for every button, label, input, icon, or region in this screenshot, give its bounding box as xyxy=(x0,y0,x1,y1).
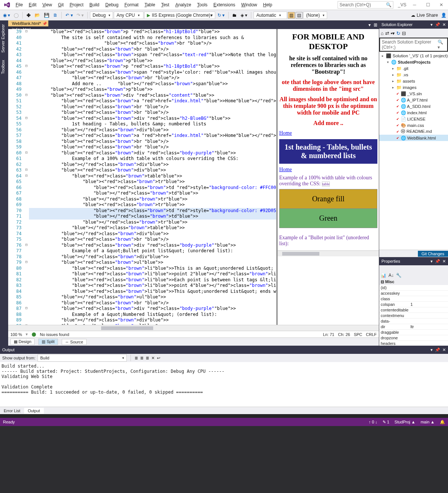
nav-back-button[interactable]: ◉ ▾ xyxy=(1,12,12,19)
prop-row[interactable]: accesskey xyxy=(379,291,448,296)
output-tb-btn[interactable]: ≣ xyxy=(146,356,149,361)
tree-folder[interactable]: ▸📁 .vs xyxy=(379,71,448,78)
status-item[interactable]: main ▲ xyxy=(420,420,435,424)
tab-overflow-button[interactable]: ▾ xyxy=(368,22,371,28)
tree-file[interactable]: ✔ ⬛ _VS.sln xyxy=(379,90,448,97)
tree-file[interactable]: ✔ 🌐 index.html xyxy=(379,109,448,116)
collapse-icon[interactable]: ⊟ xyxy=(402,31,406,36)
panel-menu-icon[interactable]: ▾ xyxy=(431,259,433,264)
panel-close-icon[interactable]: ✕ xyxy=(442,259,446,264)
preview-h-scrollbar[interactable] xyxy=(278,250,379,256)
tree-folder[interactable]: ▸📁 assets xyxy=(379,78,448,84)
categorized-icon[interactable]: 📊 xyxy=(381,273,386,278)
pin-icon[interactable]: 📌 xyxy=(435,259,440,264)
prop-row[interactable]: (id) xyxy=(379,285,448,291)
target-button[interactable]: ◈ ▾ xyxy=(239,12,249,19)
prop-row[interactable]: class xyxy=(379,296,448,302)
menu-tools[interactable]: Tools xyxy=(194,1,210,9)
view-icon[interactable]: ▪▾ xyxy=(391,31,395,36)
panel-close-icon[interactable]: ✕ xyxy=(442,22,446,27)
menu-view[interactable]: View xyxy=(39,1,55,9)
pin-icon[interactable]: 📌 xyxy=(435,22,440,27)
auto-dropdown[interactable]: Automatic▾ xyxy=(254,12,287,19)
prop-row[interactable]: draggable xyxy=(379,330,448,335)
refresh-button[interactable]: ↻ ▾ xyxy=(216,12,226,19)
save-all-button[interactable]: 🗎 xyxy=(52,12,59,19)
status-item[interactable]: ✎ 1 xyxy=(383,420,389,425)
sync-icon[interactable]: ⇄ xyxy=(385,31,389,36)
menu-file[interactable]: File xyxy=(13,1,26,9)
menu-window[interactable]: Window xyxy=(238,1,260,9)
panel-menu-icon[interactable]: ▾ xyxy=(431,348,433,352)
save-button[interactable]: 💾 xyxy=(42,12,51,19)
tree-file[interactable]: ✔ 🌐 WebBlank.html xyxy=(379,135,448,141)
pin-icon[interactable]: 📌 xyxy=(435,348,440,352)
output-tb-btn[interactable]: ≣ xyxy=(140,356,144,361)
config-dropdown[interactable]: Debug▾ xyxy=(90,12,113,19)
tree-file[interactable]: ✔ Ⓜ README.md xyxy=(379,128,448,135)
status-item[interactable]: ↑ 0 ↓ xyxy=(369,420,377,424)
home-icon[interactable]: ⌂ xyxy=(381,31,384,36)
solution-root[interactable]: ▸⬛ Solution '_VS' (1 of 1 project) xyxy=(379,52,448,59)
account-button[interactable]: 👤 xyxy=(441,13,447,18)
prop-row[interactable]: data- xyxy=(379,318,448,324)
menu-edit[interactable]: Edit xyxy=(26,1,39,9)
menu-debug[interactable]: Debug xyxy=(102,1,121,9)
layout1-button[interactable]: ▥ xyxy=(288,12,295,19)
alpha-icon[interactable]: A↓ xyxy=(389,273,394,278)
notification-icon[interactable]: 🔔 xyxy=(440,420,445,425)
new-button[interactable]: 🞥 xyxy=(25,12,32,19)
code-text[interactable]: "blue"><"red">class="brown">p "red">clas… xyxy=(29,29,276,325)
menu-build[interactable]: Build xyxy=(87,1,103,9)
browse-button[interactable]: 🖿 xyxy=(231,12,238,19)
solution-search[interactable]: Search Solution Explorer (Ctrl+;)🔍 ▾ xyxy=(380,38,447,51)
prop-row[interactable]: dirltr xyxy=(379,324,448,330)
menu-test[interactable]: Test xyxy=(158,1,172,9)
output-tb-btn[interactable]: ≣ xyxy=(135,356,138,361)
error-list-tab[interactable]: Error List xyxy=(0,408,24,414)
editor-h-scrollbar[interactable] xyxy=(8,325,379,331)
refresh-icon[interactable]: ↻ xyxy=(396,31,400,36)
platform-dropdown[interactable]: Any CPU▾ xyxy=(114,12,144,19)
toolbox-tab[interactable]: Toolbox xyxy=(0,56,8,78)
prop-row[interactable]: colspan1 xyxy=(379,302,448,307)
panel-menu-icon[interactable]: ▾ xyxy=(431,22,433,27)
menu-format[interactable]: Format xyxy=(122,1,142,9)
zoom-level[interactable]: 100 % xyxy=(10,332,22,337)
project-node[interactable]: ▾🌐 StudentProjects xyxy=(379,59,448,65)
menu-git[interactable]: Git xyxy=(55,1,67,9)
run-button[interactable]: ▶IIS Express (Google Chrome) ▾ xyxy=(144,12,215,19)
minimize-button[interactable]: ─ xyxy=(409,1,420,9)
solution-explorer-toggle-icon[interactable]: ⊞ xyxy=(374,22,377,28)
code-editor[interactable]: 3940414243444546474849505152535455565758… xyxy=(8,29,278,325)
split-tab[interactable]: ▥ Split xyxy=(38,339,58,345)
wrench-icon[interactable]: 🔧 xyxy=(396,273,402,278)
preview-home-link-2[interactable]: Home xyxy=(279,167,377,173)
server-explorer-tab[interactable]: Server Explorer xyxy=(0,20,8,56)
menu-analyze[interactable]: Analyze xyxy=(172,1,194,9)
live-share-button[interactable]: ☁ Live Share xyxy=(411,13,438,18)
tree-folder[interactable]: ▸📁 images xyxy=(379,84,448,90)
sol-tab-solution[interactable]: Solution Explorer xyxy=(379,251,418,257)
output-tab[interactable]: Output xyxy=(24,408,44,414)
solution-tree[interactable]: ▸⬛ Solution '_VS' (1 of 1 project) ▾🌐 St… xyxy=(379,52,448,250)
maximize-button[interactable]: ☐ xyxy=(423,1,433,9)
menu-extensions[interactable]: Extensions xyxy=(210,1,238,9)
doc-tab[interactable]: WebBlank.html*📌 xyxy=(8,20,48,26)
design-tab[interactable]: ▦ Design xyxy=(10,339,35,345)
preview-home-link[interactable]: Home xyxy=(279,130,377,136)
prop-row[interactable]: dropzone xyxy=(379,335,448,341)
redo-button[interactable]: ↷ ▾ xyxy=(75,12,85,19)
nav-fwd-button[interactable]: ◯ xyxy=(12,12,20,19)
menu-help[interactable]: Help xyxy=(260,1,275,9)
status-item[interactable]: StudProj ▲ xyxy=(394,420,415,424)
output-wrap-button[interactable]: ↩ xyxy=(157,356,160,361)
tree-folder[interactable]: ▸📁 .git xyxy=(379,65,448,71)
sol-tab-git[interactable]: Git Changes xyxy=(418,251,448,257)
open-button[interactable]: 📂 xyxy=(33,12,42,19)
search-box[interactable]: Search (Ctrl+Q) 🔍 xyxy=(338,1,393,9)
fold-column[interactable]: ⊟⊟⊟⊟⊟⊟⊟⊟⊟⊟⊟ xyxy=(24,29,29,325)
layout2-button[interactable]: ▤ xyxy=(296,12,303,19)
panel-close-icon[interactable]: ✕ xyxy=(442,348,446,352)
menu-table[interactable]: Table xyxy=(142,1,158,9)
